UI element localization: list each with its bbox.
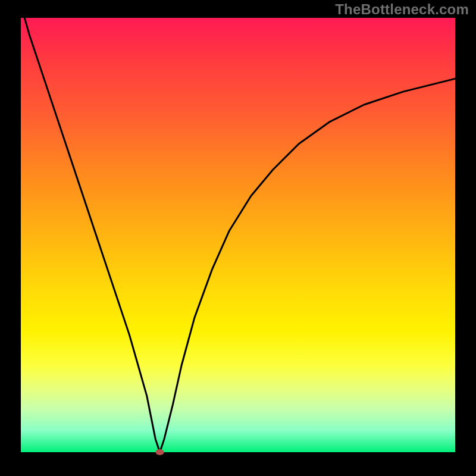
curve-svg xyxy=(21,18,455,452)
bottleneck-curve xyxy=(21,5,455,452)
minimum-marker xyxy=(156,449,164,455)
chart-frame: TheBottleneck.com xyxy=(0,0,476,476)
plot-area xyxy=(21,18,455,452)
watermark-text: TheBottleneck.com xyxy=(335,1,469,18)
